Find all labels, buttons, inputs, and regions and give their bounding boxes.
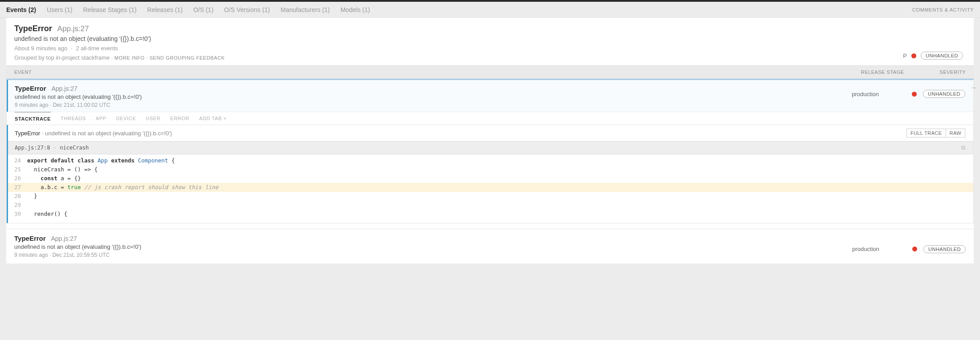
code-block: 24export default class App extends Compo… xyxy=(7,154,973,223)
raw-button[interactable]: RAW xyxy=(946,129,965,138)
event-timestamp: Dec 21st, 11:00:02 UTC xyxy=(53,102,110,108)
unhandled-pill: UNHANDLED xyxy=(923,90,965,98)
frame-location: App.js:27:8 - niceCrash ⧉ xyxy=(7,141,973,154)
code-line: 27 a.b.c = true // js crash report shoul… xyxy=(7,183,973,192)
severity-dot-icon xyxy=(911,53,916,58)
error-title: TypeError xyxy=(14,24,52,33)
error-message: undefined is not an object (evaluating '… xyxy=(14,35,966,42)
col-severity: SEVERITY xyxy=(940,69,966,75)
nav-tab-5[interactable]: O/S Versions (1) xyxy=(224,6,270,13)
code-line: 29 xyxy=(7,201,973,210)
severity-dot-icon xyxy=(912,92,917,97)
nav-tab-2[interactable]: Release Stages (1) xyxy=(83,6,136,13)
col-stage: RELEASE STAGE xyxy=(861,69,904,75)
nav-tab-1[interactable]: Users (1) xyxy=(47,6,73,13)
event-row[interactable]: TypeError App.js:27 undefined is not an … xyxy=(6,229,974,263)
severity-letter: P xyxy=(903,53,907,59)
nav-tab-3[interactable]: Releases (1) xyxy=(147,6,182,13)
code-line: 28 } xyxy=(7,192,973,201)
nav-tab-7[interactable]: Models (1) xyxy=(340,6,370,13)
more-info-link[interactable]: MORE INFO xyxy=(115,55,145,61)
severity-dot-icon xyxy=(912,247,917,251)
code-line: 24export default class App extends Compo… xyxy=(7,156,973,165)
event-location: App.js:27 xyxy=(51,85,77,92)
event-tab-device[interactable]: DEVICE xyxy=(116,112,136,125)
trace-header: TypeError · undefined is not an object (… xyxy=(7,125,973,141)
event-tab-stacktrace[interactable]: STACKTRACE xyxy=(15,112,51,125)
event-tab-app[interactable]: APP xyxy=(96,112,107,125)
nav-tab-6[interactable]: Manufacturers (1) xyxy=(281,6,330,13)
unhandled-pill: UNHANDLED xyxy=(923,245,966,253)
external-link-icon[interactable]: ⧉ xyxy=(961,144,965,151)
nav-bar: Events (2)Users (1)Release Stages (1)Rel… xyxy=(0,2,980,18)
comments-link[interactable]: COMMENTS & ACTIVITY xyxy=(912,7,980,12)
event-message: undefined is not an object (evaluating '… xyxy=(15,93,142,100)
unhandled-pill: UNHANDLED xyxy=(921,52,963,60)
code-line: 26 const a = {} xyxy=(7,174,973,183)
event-row[interactable]: → TypeError App.js:27 undefined is not a… xyxy=(6,79,974,223)
frame-function: niceCrash xyxy=(60,145,89,151)
event-stage: production xyxy=(852,91,879,97)
event-tab-user[interactable]: USER xyxy=(146,112,160,125)
arrow-right-icon[interactable]: → xyxy=(970,84,977,92)
col-event: EVENT xyxy=(14,69,32,75)
error-count: 2 all-time events xyxy=(76,45,118,52)
event-location: App.js:27 xyxy=(51,235,77,242)
event-timestamp: Dec 21st, 10:59:55 UTC xyxy=(52,252,110,258)
nav-tab-0[interactable]: Events (2) xyxy=(6,6,36,13)
grouping-text: Grouped by top in-project stackframe xyxy=(14,54,110,61)
event-tab-threads[interactable]: THREADS xyxy=(61,112,86,125)
frame-file: App.js:27:8 xyxy=(15,145,50,151)
full-trace-button[interactable]: FULL TRACE xyxy=(906,129,946,138)
event-tab-add-tab-[interactable]: ADD TAB + xyxy=(199,112,227,125)
nav-tab-4[interactable]: O/S (1) xyxy=(193,6,213,13)
error-header: TypeError App.js:27 undefined is not an … xyxy=(6,18,974,65)
code-line: 30 render() { xyxy=(7,210,973,219)
event-time: 9 minutes ago xyxy=(15,102,48,108)
code-line: 25 niceCrash = () => { xyxy=(7,165,973,174)
columns-header: EVENT RELEASE STAGE SEVERITY xyxy=(6,65,974,79)
event-tab-error[interactable]: ERROR xyxy=(170,112,189,125)
trace-type: TypeError xyxy=(15,130,40,137)
error-time: About 9 minutes ago xyxy=(14,45,67,52)
event-title: TypeError xyxy=(15,85,46,92)
send-grouping-feedback-link[interactable]: SEND GROUPING FEEDBACK xyxy=(149,55,225,61)
event-stage: production xyxy=(852,246,879,252)
event-message: undefined is not an object (evaluating '… xyxy=(14,243,141,250)
trace-message: undefined is not an object (evaluating '… xyxy=(45,130,172,137)
event-time: 9 minutes ago xyxy=(14,252,48,258)
event-title: TypeError xyxy=(14,235,46,242)
error-location: App.js:27 xyxy=(57,24,89,33)
